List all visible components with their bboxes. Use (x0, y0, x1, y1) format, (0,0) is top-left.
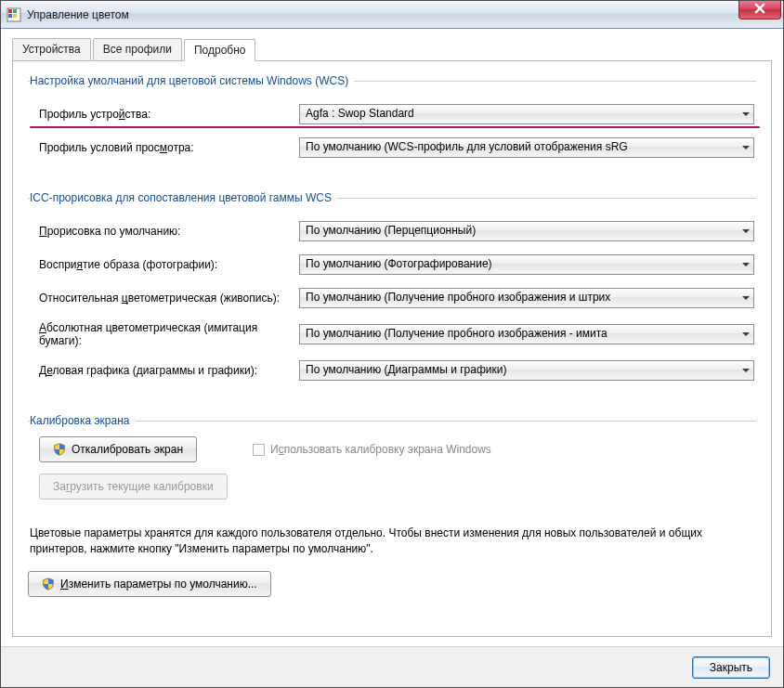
load-current-calibrations-label: Загрузить текущие калибровки (53, 480, 214, 493)
change-defaults-label: Изменить параметры по умолчанию... (60, 578, 257, 591)
combo-business[interactable]: По умолчанию (Диаграммы и графики) (299, 360, 754, 381)
group-calibration: Калибровка экрана Откалибровать экран (28, 414, 756, 509)
combo-viewing-profile[interactable]: По умолчанию (WCS-профиль для условий от… (299, 137, 754, 158)
close-dialog-label: Закрыть (710, 661, 752, 674)
svg-rect-3 (8, 14, 12, 18)
chevron-down-icon (742, 296, 750, 300)
combo-viewing-profile-value: По умолчанию (WCS-профиль для условий от… (306, 140, 628, 153)
combo-perception-value: По умолчанию (Фотографирование) (306, 257, 492, 270)
combo-business-value: По умолчанию (Диаграммы и графики) (306, 363, 506, 376)
shield-icon (53, 443, 66, 456)
row-absolute: Абсолютная цветометрическая (имитация бу… (30, 321, 754, 347)
label-device-profile: Профиль устройства: (30, 108, 299, 121)
tab-advanced[interactable]: Подробно (184, 39, 256, 61)
label-relative: Относительная цветометрическая (живопись… (30, 292, 299, 305)
highlight-underline-left (30, 126, 303, 128)
combo-default-intent[interactable]: По умолчанию (Перцепционный) (299, 221, 754, 241)
chevron-down-icon (742, 229, 750, 233)
combo-absolute[interactable]: По умолчанию (Получение пробного изображ… (299, 324, 754, 344)
chevron-down-icon (742, 112, 750, 116)
svg-rect-1 (8, 9, 12, 13)
label-perception: Восприятие образа (фотографии): (30, 258, 299, 271)
load-current-calibrations-button: Загрузить текущие калибровки (39, 474, 228, 500)
row-device-profile: Профиль устройства: Agfa : Swop Standard (30, 104, 754, 124)
group-icc-intents: ICC-прорисовка для сопоставления цветово… (28, 191, 756, 397)
tab-devices[interactable]: Устройства (12, 38, 91, 60)
tab-all-profiles[interactable]: Все профили (93, 38, 182, 60)
combo-relative[interactable]: По умолчанию (Получение пробного изображ… (299, 288, 754, 308)
combo-absolute-value: По умолчанию (Получение пробного изображ… (306, 327, 608, 340)
use-windows-calibration-checkbox (253, 444, 265, 456)
group-wcs-legend: Настройка умолчаний для цветовой системы… (30, 74, 354, 87)
chevron-down-icon (742, 369, 750, 372)
combo-perception[interactable]: По умолчанию (Фотографирование) (299, 254, 754, 275)
combo-default-intent-value: По умолчанию (Перцепционный) (306, 224, 476, 237)
tab-panel-advanced: Настройка умолчаний для цветовой системы… (12, 61, 772, 637)
combo-device-profile[interactable]: Agfa : Swop Standard (299, 104, 754, 124)
row-viewing-profile: Профиль условий просмотра: По умолчанию … (30, 137, 754, 158)
client-area: Устройства Все профили Подробно Настройк… (1, 29, 783, 687)
label-business: Деловая графика (диаграммы и графики): (30, 364, 299, 377)
row-relative: Относительная цветометрическая (живопись… (30, 288, 754, 308)
label-absolute: Абсолютная цветометрическая (имитация бу… (30, 321, 299, 347)
titlebar[interactable]: Управление цветом (1, 1, 783, 29)
window-title: Управление цветом (27, 8, 129, 21)
label-viewing-profile: Профиль условий просмотра: (30, 141, 299, 154)
combo-relative-value: По умолчанию (Получение пробного изображ… (306, 291, 610, 304)
group-icc-legend: ICC-прорисовка для сопоставления цветово… (30, 191, 337, 204)
svg-rect-2 (13, 9, 17, 13)
group-calibration-legend: Калибровка экрана (30, 414, 136, 427)
combo-device-profile-value: Agfa : Swop Standard (306, 107, 414, 120)
use-windows-calibration: Использовать калибровку экрана Windows (253, 443, 491, 456)
close-button[interactable] (738, 1, 781, 19)
highlight-underline (299, 126, 760, 128)
chevron-down-icon (742, 332, 750, 336)
svg-rect-4 (13, 14, 17, 18)
close-dialog-button[interactable]: Закрыть (692, 656, 770, 679)
chevron-down-icon (742, 263, 750, 266)
tab-strip: Устройства Все профили Подробно (12, 38, 772, 61)
app-icon (7, 7, 21, 22)
dialog-footer: Закрыть (1, 646, 783, 687)
info-text: Цветовые параметры хранятся для каждого … (30, 526, 754, 558)
row-default-intent: Прорисовка по умолчанию: По умолчанию (П… (30, 221, 754, 241)
label-default-intent: Прорисовка по умолчанию: (30, 225, 299, 238)
window-frame: Управление цветом Устройства Все профили… (0, 0, 784, 688)
change-defaults-button[interactable]: Изменить параметры по умолчанию... (28, 571, 271, 597)
row-perception: Восприятие образа (фотографии): По умолч… (30, 254, 754, 275)
close-icon (754, 3, 765, 17)
group-wcs-defaults: Настройка умолчаний для цветовой системы… (28, 74, 756, 175)
calibrate-display-label: Откалибровать экран (72, 443, 183, 456)
row-business: Деловая графика (диаграммы и графики): П… (30, 360, 754, 381)
shield-icon (42, 578, 55, 591)
chevron-down-icon (742, 146, 750, 149)
use-windows-calibration-label: Использовать калибровку экрана Windows (270, 443, 491, 456)
calibrate-display-button[interactable]: Откалибровать экран (39, 436, 197, 462)
row-calibrate: Откалибровать экран Использовать калибро… (30, 436, 754, 462)
